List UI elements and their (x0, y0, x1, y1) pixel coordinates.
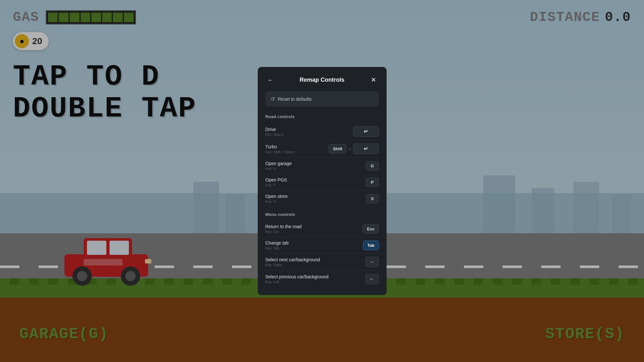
control-row-tab: Change tab Key: Tab Tab (265, 237, 379, 254)
reset-icon: ↺ (271, 96, 275, 102)
control-name-turbo: Turbo (265, 144, 295, 149)
control-name-garage: Open garage (265, 161, 292, 166)
control-key-store: Key: S (265, 200, 288, 203)
key-btn-turbo-shift[interactable]: Shift (329, 144, 346, 153)
control-name-next-car: Select next car/background (265, 257, 320, 262)
control-info-prev-car: Select previous car/background Key: Left (265, 274, 329, 284)
control-keys-pgs: P (366, 178, 379, 187)
key-btn-next-right[interactable]: → (365, 257, 379, 267)
control-key-next-car: Key: Right (265, 263, 320, 267)
key-btn-prev-left[interactable]: ← (365, 274, 379, 284)
key-btn-pgs-p[interactable]: P (366, 178, 379, 187)
reset-defaults-button[interactable]: ↺ Reset to defaults (265, 91, 379, 107)
control-info-store: Open store Key: S (265, 194, 288, 203)
control-keys-drive: ↵ (353, 126, 379, 137)
key-btn-tab[interactable]: Tab (363, 241, 379, 250)
control-name-tab: Change tab (265, 240, 289, 246)
modal-overlay: ← Remap Controls ✕ ↺ Reset to defaults R… (0, 0, 644, 362)
key-btn-return-esc[interactable]: Esc (363, 224, 379, 234)
control-info-turbo: Turbo Key: Shift + Space (265, 144, 295, 154)
close-icon: ✕ (371, 76, 376, 84)
control-row-pgs: Open PGS Key: P P (265, 174, 379, 190)
reset-label: Reset to defaults (278, 97, 312, 102)
key-btn-garage-g[interactable]: G (366, 161, 379, 171)
enter-icon: ↵ (364, 128, 368, 135)
control-row-return: Return to the road Key: Esc Esc (265, 221, 379, 237)
control-key-garage: Key: G (265, 167, 292, 171)
key-btn-drive-space[interactable]: ↵ (353, 126, 379, 137)
left-arrow-icon: ← (370, 276, 375, 282)
control-name-pgs: Open PGS (265, 177, 287, 182)
control-keys-next-car: → (365, 257, 379, 267)
control-key-pgs: Key: P (265, 183, 287, 187)
control-keys-return: Esc (363, 224, 379, 234)
key-btn-turbo-space[interactable]: ↵ (353, 144, 379, 154)
control-row-drive: Drive Key: Space ↵ (265, 123, 379, 140)
modal-title: Remap Controls (276, 77, 369, 83)
control-key-tab: Key: Tab (265, 246, 289, 250)
control-row-prev-car: Select previous car/background Key: Left… (265, 271, 379, 287)
control-keys-store: S (366, 194, 379, 203)
control-name-store: Open store (265, 194, 288, 199)
control-info-tab: Change tab Key: Tab (265, 240, 289, 250)
control-name-prev-car: Select previous car/background (265, 274, 329, 279)
control-row-turbo: Turbo Key: Shift + Space Shift + ↵ (265, 140, 379, 158)
control-key-prev-car: Key: Left (265, 280, 329, 284)
control-row-next-car: Select next car/background Key: Right → (265, 254, 379, 271)
control-keys-turbo: Shift + ↵ (329, 144, 379, 154)
control-info-return: Return to the road Key: Esc (265, 224, 302, 234)
modal-close-button[interactable]: ✕ (369, 75, 379, 85)
control-keys-garage: G (366, 161, 379, 171)
control-name-return: Return to the road (265, 224, 302, 229)
control-info-next-car: Select next car/background Key: Right (265, 257, 320, 267)
road-controls-label: Road controls (265, 114, 379, 119)
control-row-store: Open store Key: S S (265, 190, 379, 207)
enter-icon-turbo: ↵ (364, 146, 368, 152)
control-keys-prev-car: ← (365, 274, 379, 284)
plus-sign-turbo: + (348, 146, 351, 152)
control-keys-tab: Tab (363, 241, 379, 250)
control-key-return: Key: Esc (265, 230, 302, 234)
control-info-pgs: Open PGS Key: P (265, 177, 287, 187)
control-info-drive: Drive Key: Space (265, 127, 284, 136)
right-arrow-icon: → (370, 259, 375, 265)
control-key-turbo: Key: Shift + Space (265, 150, 295, 154)
modal-back-button[interactable]: ← (265, 75, 276, 85)
remap-controls-modal: ← Remap Controls ✕ ↺ Reset to defaults R… (258, 67, 387, 295)
key-btn-store-s[interactable]: S (366, 194, 379, 203)
modal-header: ← Remap Controls ✕ (265, 75, 379, 85)
control-row-garage: Open garage Key: G G (265, 158, 379, 174)
control-name-drive: Drive (265, 127, 284, 132)
menu-controls-label: Menu controls (265, 212, 379, 217)
back-arrow-icon: ← (267, 76, 274, 84)
control-key-drive: Key: Space (265, 133, 284, 136)
section-gap (265, 207, 379, 212)
control-info-garage: Open garage Key: G (265, 161, 292, 171)
